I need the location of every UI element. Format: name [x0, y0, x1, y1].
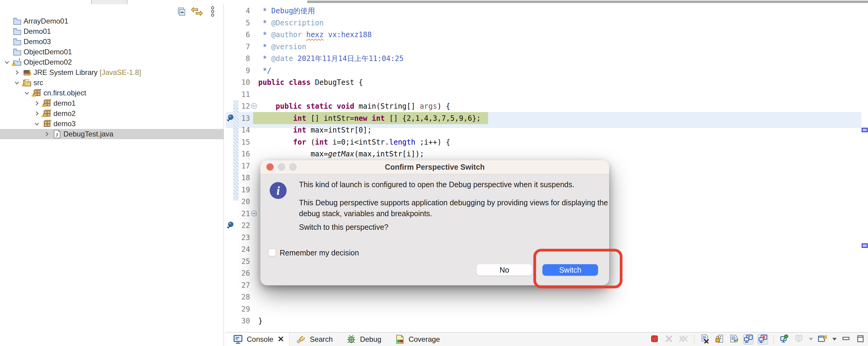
svg-text:!: !	[13, 63, 14, 66]
tree-item-label: demo1	[54, 99, 75, 107]
dialog-titlebar[interactable]: Confirm Perspective Switch	[260, 160, 609, 174]
folder-icon	[13, 37, 22, 46]
svg-text:!: !	[43, 103, 44, 107]
show-on-stdout-button[interactable]	[743, 334, 753, 345]
display-console-button[interactable]	[794, 334, 804, 345]
word-wrap-button[interactable]	[729, 334, 739, 345]
maximize-traffic-light[interactable]	[289, 163, 297, 170]
maximize-button[interactable]	[855, 334, 866, 345]
tree-item-debugtest-java[interactable]: JDebugTest.java	[0, 129, 223, 139]
tab-debug[interactable]: Debug	[339, 333, 388, 346]
code-line-7: 7 * @version	[226, 41, 861, 53]
scroll-lock-icon	[715, 334, 724, 345]
remember-decision-label: Remember my decision	[280, 249, 359, 257]
code-text: }	[258, 315, 262, 327]
tab-close-icon[interactable]: ✕	[278, 335, 284, 344]
code-text: int [] intStr=new int [] {2,1,4,3,7,5,9,…	[258, 112, 481, 124]
line-number: 7	[226, 41, 250, 53]
breakpoint-icon[interactable]	[226, 221, 234, 229]
search-icon	[296, 334, 306, 345]
terminate-button[interactable]	[649, 334, 660, 345]
tree-item-jre-system-library[interactable]: JRE System Library [JavaSE-1.8]	[0, 67, 223, 77]
dropdown-caret-icon[interactable]	[809, 338, 813, 341]
line-number: 27	[226, 279, 250, 291]
tree-item-arraydemo01[interactable]: ArrayDemo01	[0, 16, 223, 26]
tab-label: Debug	[360, 335, 381, 344]
code-line-13: 13 int [] intStr=new int [] {2,1,4,3,7,5…	[226, 112, 861, 124]
chevron-right-icon[interactable]	[33, 110, 40, 117]
overview-breakpoint-marker[interactable]	[862, 243, 868, 248]
close-traffic-light[interactable]	[267, 163, 274, 170]
tree-item-objectdemo02[interactable]: J!ObjectDemo02	[0, 57, 223, 67]
tree-item-objectdemo01[interactable]: ObjectDemo01	[0, 47, 223, 57]
chevron-down-icon[interactable]	[13, 80, 20, 86]
dropdown-caret-icon[interactable]	[832, 338, 837, 341]
code-line-4: 4 * Debug的使用	[226, 5, 861, 17]
package-icon: !	[33, 89, 42, 97]
tree-item-demo3[interactable]: demo3	[0, 119, 223, 129]
line-number: 17	[226, 160, 250, 172]
no-button[interactable]: No	[476, 264, 532, 276]
folder-icon	[13, 48, 22, 57]
code-line-6: 6 * @author hexz vx:hexz188	[226, 29, 861, 41]
minimize-traffic-light[interactable]	[278, 163, 285, 170]
console-toolbar	[649, 333, 866, 346]
minimize-button[interactable]	[841, 334, 851, 345]
code-text: */	[258, 65, 271, 77]
pin-console-button[interactable]	[779, 334, 789, 345]
tree-item-label: ObjectDemo01	[24, 48, 72, 56]
tree-item-label: JRE System Library [JavaSE-1.8]	[33, 68, 141, 77]
chevron-right-icon[interactable]	[13, 69, 20, 76]
tab-search[interactable]: Search	[289, 333, 339, 346]
folder-icon	[13, 27, 22, 36]
tree-item-src[interactable]: !src	[0, 77, 223, 88]
code-line-28: 28	[226, 291, 861, 303]
line-number: 23	[226, 231, 250, 244]
clear-console-button[interactable]	[700, 334, 710, 345]
toolbar-separator	[694, 335, 694, 344]
pin-console-icon	[780, 334, 789, 345]
tree-item-cn-first-object[interactable]: !cn.first.object	[0, 88, 223, 98]
tree-item-label: Demo03	[24, 37, 51, 46]
show-on-stderr-button[interactable]	[758, 334, 768, 345]
display-console-icon	[794, 334, 803, 345]
dialog-paragraph: Switch to this perspective?	[299, 222, 613, 232]
open-console-button[interactable]	[817, 334, 828, 345]
tree-item-label: demo3	[54, 120, 75, 128]
chevron-down-icon[interactable]	[33, 121, 40, 127]
line-number: 25	[226, 255, 250, 268]
remove-launch-button[interactable]	[664, 334, 674, 345]
chevron-right-icon[interactable]	[43, 131, 50, 137]
tab-label: Search	[310, 335, 333, 344]
code-line-29: 29	[226, 303, 861, 315]
tab-console[interactable]: Console✕	[226, 333, 289, 346]
line-number: 20	[226, 196, 250, 208]
tree-item-label: Demo01	[24, 27, 51, 36]
java-project-icon: J!	[13, 58, 22, 67]
tree-item-demo2[interactable]: !demo2	[0, 108, 223, 119]
maximize-icon	[857, 335, 864, 344]
chevron-down-icon[interactable]	[4, 59, 10, 65]
package-icon: !	[42, 99, 52, 108]
tree-item-demo01[interactable]: Demo01	[0, 26, 223, 36]
tree-item-demo1[interactable]: !demo1	[0, 98, 223, 108]
stderr-monitor-icon	[758, 334, 768, 345]
package-explorer-panel: ArrayDemo01Demo01Demo03ObjectDemo01J!Obj…	[0, 4, 224, 346]
remember-decision-checkbox[interactable]	[268, 249, 276, 256]
fold-collapse-icon[interactable]	[251, 103, 257, 109]
remove-all-launches-button[interactable]	[678, 334, 689, 345]
code-line-15: 15 for (int i=0;i<intStr.length ;i++) {	[226, 136, 861, 148]
fold-collapse-icon[interactable]	[251, 211, 257, 217]
tree-item-demo03[interactable]: Demo03	[0, 36, 223, 47]
chevron-right-icon[interactable]	[33, 100, 40, 106]
scroll-lock-button[interactable]	[714, 334, 724, 345]
debug-icon	[346, 334, 356, 345]
line-number: 21	[226, 208, 250, 220]
svg-text:!: !	[23, 83, 24, 86]
toolbar-separator	[773, 335, 774, 344]
breakpoint-icon[interactable]	[226, 114, 234, 122]
dialog-paragraph: This Debug perspective supports applicat…	[299, 197, 613, 219]
chevron-down-icon[interactable]	[24, 90, 30, 96]
overview-breakpoint-marker[interactable]	[862, 128, 868, 132]
tab-coverage[interactable]: Coverage	[388, 333, 447, 346]
